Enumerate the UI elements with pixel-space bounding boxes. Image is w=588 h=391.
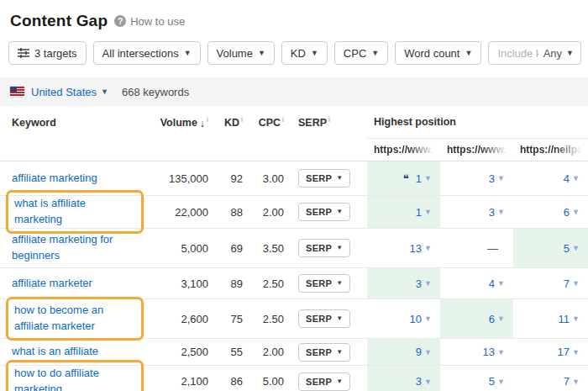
target-url-3[interactable]: https://neilpate	[513, 144, 588, 156]
volume-value: 2,100	[155, 366, 212, 391]
chevron-down-icon: ▼	[424, 314, 432, 323]
keyword-cell: affiliate marketing for beginners	[0, 229, 155, 267]
position-link[interactable]: 7▼	[564, 375, 580, 388]
position-cell-2: 13▼	[440, 339, 513, 365]
filter-word-count[interactable]: Word count▼	[395, 41, 481, 65]
chevron-down-icon: ▼	[184, 50, 192, 57]
keyword-link[interactable]: what is affiliate marketing	[14, 197, 86, 225]
chevron-down-icon: ▼	[572, 244, 580, 252]
position-cell-3: 11▼	[513, 299, 588, 338]
how-to-use-link[interactable]: ? How to use	[114, 15, 185, 28]
serp-button[interactable]: SERP▼	[298, 169, 350, 188]
keyword-cell: how to do affiliate marketing	[0, 366, 155, 391]
position-cell-1: 1▼	[367, 196, 440, 228]
position-link[interactable]: 3▼	[489, 206, 505, 219]
no-position-dash: —	[487, 242, 505, 255]
featured-snippet-quote-icon: ❝	[403, 173, 409, 184]
position-link[interactable]: ❝1▼	[403, 172, 432, 185]
keyword-link[interactable]: what is an affiliate	[12, 345, 98, 357]
position-link[interactable]: 5▼	[564, 242, 580, 255]
position-link[interactable]: 7▼	[564, 277, 580, 290]
filter-intersections[interactable]: All intersections▼	[93, 41, 201, 65]
keyword-link[interactable]: affiliate marketing for beginners	[12, 233, 113, 262]
keyword-link[interactable]: how to do affiliate marketing	[14, 367, 99, 391]
position-link[interactable]: 4▼	[564, 172, 580, 185]
target-url-1[interactable]: https://www.bi	[367, 144, 440, 156]
filter-cpc[interactable]: CPC▼	[334, 41, 388, 65]
serp-cell: SERP▼	[286, 268, 367, 299]
position-link[interactable]: 6▼	[489, 313, 505, 325]
serp-button[interactable]: SERP▼	[298, 373, 350, 391]
filter-kd[interactable]: KD▼	[281, 41, 328, 65]
position-link[interactable]: 13▼	[410, 242, 432, 255]
col-header-keyword[interactable]: Keyword	[0, 117, 155, 129]
serp-button[interactable]: SERP▼	[298, 274, 350, 293]
chevron-down-icon: ▼	[336, 349, 343, 356]
table-body: affiliate marketing 135,000 92 3.00 SERP…	[0, 161, 588, 391]
chevron-down-icon: ▼	[424, 378, 432, 386]
keyword-cell: affiliate marketer	[0, 268, 155, 299]
chevron-down-icon: ▼	[258, 50, 265, 57]
col-header-cpc[interactable]: CPCi	[245, 115, 286, 129]
keyword-cell: how to become an affiliate marketer	[0, 299, 155, 338]
serp-cell: SERP▼	[286, 229, 367, 267]
col-header-volume[interactable]: Volume↓i	[155, 115, 212, 129]
position-link[interactable]: 1▼	[416, 206, 432, 219]
serp-button[interactable]: SERP▼	[298, 239, 350, 257]
position-link[interactable]: 10▼	[410, 313, 432, 325]
position-cell-2: 4▼	[440, 268, 513, 299]
keyword-link[interactable]: affiliate marketer	[12, 277, 92, 289]
kd-value: 86	[212, 366, 245, 391]
serp-cell: SERP▼	[286, 196, 367, 228]
position-link[interactable]: 11▼	[559, 313, 580, 325]
serp-cell: SERP▼	[286, 161, 367, 195]
position-link[interactable]: 6▼	[564, 206, 580, 219]
table-header-row: Keyword Volume↓i KDi CPCi SERPi Highest …	[0, 106, 588, 139]
info-icon: i	[207, 115, 208, 124]
chevron-down-icon: ▼	[572, 378, 580, 386]
kd-value: 92	[212, 161, 245, 195]
position-cell-2: 6▼	[440, 299, 513, 338]
chevron-down-icon: ▼	[336, 245, 343, 251]
keyword-link[interactable]: how to become an affiliate marketer	[14, 304, 103, 332]
country-select[interactable]: United States ▼	[31, 86, 108, 98]
position-link[interactable]: 3▼	[489, 172, 505, 185]
position-cell-1: ❝1▼	[367, 161, 440, 195]
table-row: how to do affiliate marketing 2,100 86 5…	[0, 366, 588, 391]
chevron-down-icon: ▼	[336, 175, 343, 182]
targets-button[interactable]: 3 targets	[8, 41, 87, 65]
filters-toolbar: 3 targets All intersections▼ Volume▼ KD▼…	[0, 37, 588, 69]
chevron-down-icon: ▼	[497, 314, 505, 323]
sliders-icon	[18, 48, 29, 58]
position-link[interactable]: 5▼	[489, 375, 505, 388]
chevron-down-icon: ▼	[497, 174, 505, 182]
chevron-down-icon: ▼	[572, 174, 580, 182]
cpc-value: 3.00	[245, 161, 286, 195]
target-url-2[interactable]: https://www.si	[440, 144, 513, 156]
position-link[interactable]: 3▼	[416, 375, 432, 388]
position-link[interactable]: 4▼	[489, 277, 505, 290]
position-cell-3: 7▼	[513, 366, 588, 391]
content-gap-page: Content Gap ? How to use 3 targets All i…	[0, 0, 588, 391]
serp-button[interactable]: SERP▼	[298, 343, 350, 362]
chevron-down-icon: ▼	[424, 208, 432, 216]
serp-button[interactable]: SERP▼	[298, 203, 350, 221]
table-row: what is affiliate marketing 22,000 88 2.…	[0, 196, 588, 229]
position-link[interactable]: 17▼	[558, 346, 580, 358]
position-link[interactable]: 3▼	[416, 277, 432, 290]
position-link[interactable]: 13▼	[483, 346, 505, 358]
table-row: how to become an affiliate marketer 2,60…	[0, 299, 588, 339]
include-keyword-field: Any ▼	[488, 41, 581, 65]
include-keyword-input[interactable]	[497, 47, 538, 60]
col-header-kd[interactable]: KDi	[212, 115, 245, 129]
keyword-mode-select[interactable]: Any ▼	[538, 47, 574, 60]
keyword-link[interactable]: affiliate marketing	[12, 172, 97, 184]
kd-value: 89	[212, 268, 245, 299]
col-header-highest-position: Highest position	[367, 106, 588, 139]
serp-button[interactable]: SERP▼	[298, 309, 350, 328]
kd-value: 75	[212, 299, 245, 338]
chevron-down-icon: ▼	[497, 279, 505, 288]
position-link[interactable]: 9▼	[416, 346, 432, 358]
cpc-value: 2.00	[245, 339, 286, 365]
filter-volume[interactable]: Volume▼	[207, 41, 275, 65]
